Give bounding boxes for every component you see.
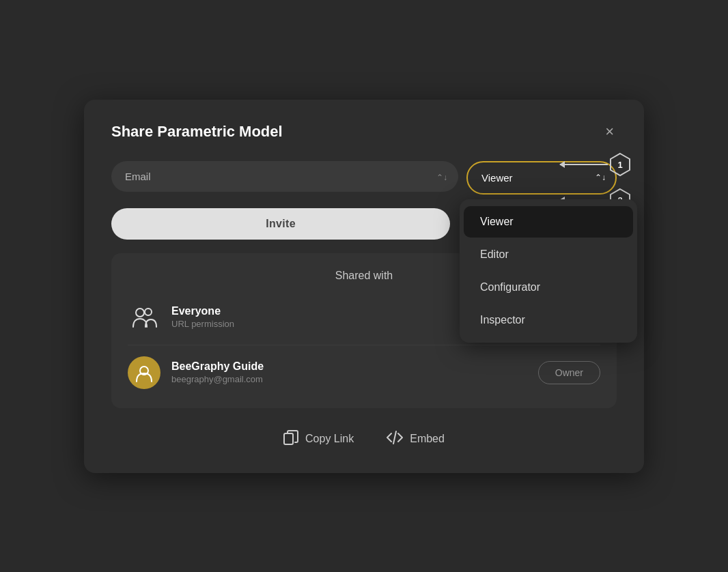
svg-point-0 [136, 309, 144, 317]
email-select[interactable]: Email [111, 161, 458, 192]
invite-button[interactable]: Invite [111, 208, 450, 240]
copy-icon [283, 430, 298, 448]
user-row-beegraphy: BeeGraphy Guide beegraphy@gmail.com Owne… [128, 345, 600, 395]
dropdown-item-viewer-label: Viewer [480, 216, 514, 228]
modal-title: Share Parametric Model [111, 123, 283, 141]
avatar-beegraphy [128, 356, 160, 389]
svg-rect-3 [284, 433, 293, 444]
avatar-everyone [128, 301, 160, 334]
svg-point-1 [145, 309, 152, 315]
backdrop: Share Parametric Model × Email ⌃↓ Viewer… [0, 0, 728, 572]
dropdown-item-editor[interactable]: Editor [464, 239, 633, 270]
dropdown-item-configurator[interactable]: Configurator [464, 272, 633, 303]
dropdown-item-inspector-label: Inspector [480, 314, 525, 326]
viewer-select-wrapper: ViewerEditorConfiguratorInspector ⌃↓ Vie… [466, 161, 617, 195]
embed-icon [387, 431, 403, 448]
people-icon [129, 302, 159, 332]
beegraphy-role: Owner [555, 367, 583, 378]
modal-content: Email ⌃↓ ViewerEditorConfiguratorInspect… [111, 161, 617, 448]
viewer-select[interactable]: ViewerEditorConfiguratorInspector [466, 161, 617, 195]
copy-link-label: Copy Link [305, 433, 354, 445]
invite-row: Email ⌃↓ ViewerEditorConfiguratorInspect… [111, 161, 617, 195]
dropdown-item-editor-label: Editor [480, 248, 509, 261]
email-select-wrapper: Email ⌃↓ [111, 161, 458, 195]
close-button[interactable]: × [602, 121, 617, 142]
beegraphy-role-badge: Owner [538, 361, 600, 384]
user-avatar-icon [134, 362, 154, 383]
user-info-beegraphy: BeeGraphy Guide beegraphy@gmail.com [171, 360, 527, 384]
copy-link-button[interactable]: Copy Link [283, 430, 354, 448]
dropdown-item-configurator-label: Configurator [480, 281, 540, 294]
beegraphy-name: BeeGraphy Guide [171, 360, 527, 373]
modal-header: Share Parametric Model × [111, 121, 617, 142]
beegraphy-email: beegraphy@gmail.com [171, 374, 527, 384]
bottom-actions: Copy Link Embed [111, 430, 617, 448]
dropdown-item-viewer[interactable]: Viewer [464, 206, 633, 238]
embed-button[interactable]: Embed [387, 431, 445, 448]
modal: Share Parametric Model × Email ⌃↓ Viewer… [84, 100, 644, 473]
embed-label: Embed [410, 433, 445, 445]
dropdown-item-inspector[interactable]: Inspector [464, 304, 633, 336]
role-dropdown: Viewer Editor Configurator Inspector [460, 199, 637, 343]
